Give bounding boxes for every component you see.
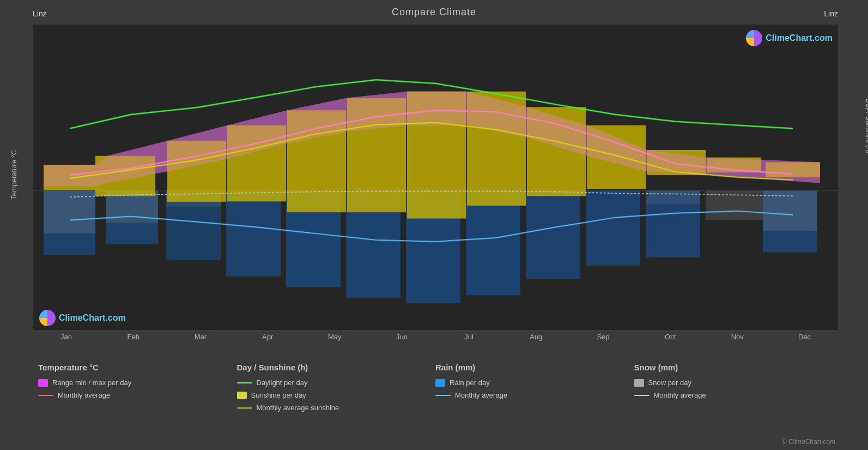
copyright: © ClimeChart.com (782, 438, 835, 446)
x-label-apr: Apr (234, 333, 301, 341)
svg-rect-13 (44, 191, 95, 234)
chart-svg: /* texture handled in CSS */ (33, 25, 838, 330)
svg-rect-4 (226, 191, 281, 277)
legend-group-title: Rain (mm) (435, 363, 634, 372)
legend-label: Snow per day (648, 379, 692, 387)
legend-item: Range min / max per day (38, 379, 237, 387)
logo-text-left: ClimeChart.com (59, 313, 126, 323)
legend-group-title: Snow (mm) (634, 363, 833, 372)
legend-line-swatch (237, 407, 252, 409)
logo-icon-left (39, 310, 56, 326)
page-container: Compare Climate Linz Linz Temperature °C… (0, 0, 868, 450)
legend-item: Sunshine per day (237, 391, 436, 399)
legend-group-temperature--c: Temperature °CRange min / max per dayMon… (38, 363, 237, 445)
x-label-aug: Aug (502, 333, 569, 341)
x-label-sep: Sep (569, 333, 636, 341)
page-title: Compare Climate (0, 0, 868, 18)
axis-title-right-sunshine: Day / Sunshine (h) (864, 99, 868, 153)
legend-label: Daylight per day (257, 379, 308, 387)
legend-item: Snow per day (634, 379, 833, 387)
legend-line-swatch (38, 395, 53, 396)
legend-line-swatch (435, 395, 451, 396)
x-label-oct: Oct (637, 333, 704, 341)
svg-rect-8 (466, 191, 520, 296)
x-label-jun: Jun (368, 333, 435, 341)
x-label-mar: Mar (167, 333, 234, 341)
legend-label: Monthly average (58, 391, 110, 399)
svg-rect-10 (586, 191, 640, 266)
x-axis: JanFebMarAprMayJunJulAugSepOctNovDec (33, 330, 838, 349)
location-label-right: Linz (824, 9, 838, 18)
legend-item: Rain per day (435, 379, 634, 387)
logo-text-right: ClimeChart.com (766, 33, 833, 43)
x-label-jan: Jan (33, 333, 100, 341)
legend-swatch (435, 379, 445, 387)
svg-rect-9 (526, 191, 580, 279)
x-label-dec: Dec (771, 333, 838, 341)
legend-item: Daylight per day (237, 379, 436, 387)
svg-rect-16 (646, 191, 700, 205)
legend-swatch (634, 379, 644, 387)
legend-group-title: Day / Sunshine (h) (237, 363, 436, 372)
x-label-may: May (301, 333, 368, 341)
legend-item: Monthly average (634, 391, 833, 399)
chart-inner: /* texture handled in CSS */ 50403020100… (33, 25, 838, 330)
logo-bottom-left: ClimeChart.com (39, 310, 126, 326)
legend-group-rain--mm-: Rain (mm)Rain per dayMonthly average (435, 363, 634, 445)
legend-swatch (237, 392, 247, 399)
legend-group-snow--mm-: Snow (mm)Snow per dayMonthly average (634, 363, 833, 445)
svg-rect-18 (763, 191, 817, 231)
legend-area: Temperature °CRange min / max per dayMon… (33, 352, 838, 450)
logo-top-right: ClimeChart.com (746, 30, 833, 46)
x-label-jul: Jul (435, 333, 502, 341)
legend-label: Monthly average (654, 391, 706, 399)
legend-group-day---sunshine--h-: Day / Sunshine (h)Daylight per daySunshi… (237, 363, 436, 445)
legend-line-swatch (237, 382, 252, 383)
y-axis-title-left: Temperature °C (10, 150, 18, 200)
x-label-feb: Feb (100, 333, 167, 341)
legend-item: Monthly average sunshine (237, 404, 436, 412)
legend-label: Rain per day (450, 379, 490, 387)
x-label-nov: Nov (704, 333, 771, 341)
logo-icon-right (746, 30, 762, 46)
legend-item: Monthly average (38, 391, 237, 399)
legend-label: Monthly average sunshine (257, 404, 339, 412)
location-label-left: Linz (33, 9, 47, 18)
legend-line-swatch (634, 395, 650, 396)
chart-area: Linz Linz Temperature °C Day / Sunshine … (33, 25, 838, 349)
legend-item: Monthly average (435, 391, 634, 399)
legend-swatch (38, 379, 48, 387)
legend-group-title: Temperature °C (38, 363, 237, 372)
legend-label: Sunshine per day (251, 391, 306, 399)
legend-label: Range min / max per day (52, 379, 131, 387)
legend-label: Monthly average (455, 391, 507, 399)
